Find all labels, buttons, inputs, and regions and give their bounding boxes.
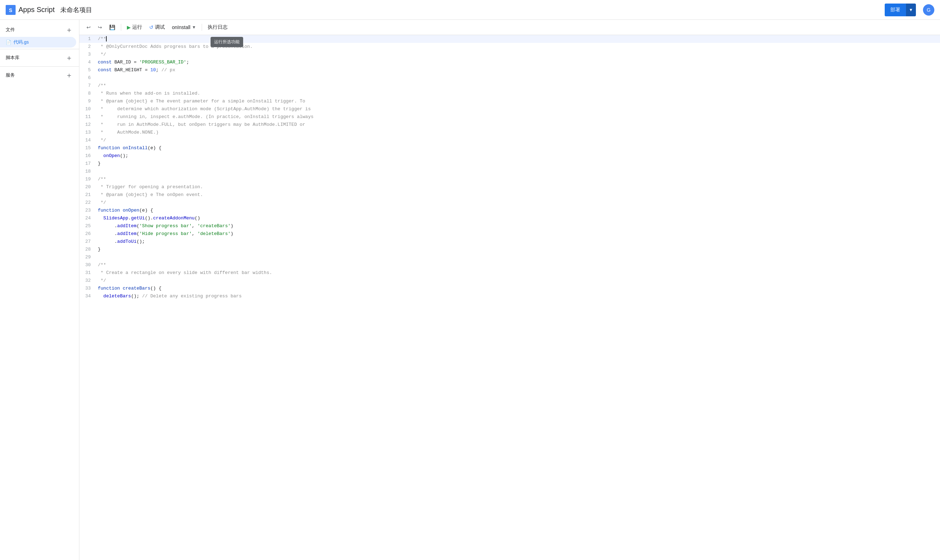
run-button[interactable]: ▶ 运行 [124,22,145,32]
save-button[interactable]: 💾 [106,22,118,32]
run-label: 运行 [132,24,142,31]
code-content: 1 /** 2 * @OnlyCurrentDoc Adds progress … [79,35,940,560]
table-row: 33 function createBars() { [79,285,940,292]
run-icon: ▶ [127,25,131,30]
file-icon: 📄 [6,40,11,45]
deploy-button-group[interactable]: 部署 ▼ [885,3,916,16]
header: S Apps Script 未命名项目 部署 ▼ G [0,0,940,20]
table-row: 16 onOpen(); [79,152,940,160]
table-row: 17 } [79,160,940,168]
table-row: 22 */ [79,199,940,207]
table-row: 32 */ [79,277,940,285]
sidebar-item-code-gs[interactable]: 📄 代码.gs [0,37,76,48]
deploy-main-button[interactable]: 部署 [885,3,906,16]
debug-label: 调试 [155,24,165,31]
table-row: 10 * determine which authorization mode … [79,105,940,113]
sidebar-libraries-section: 脚本库 ＋ [0,51,79,65]
table-row: 26 .addItem('Hide progress bar', 'delete… [79,230,940,238]
table-row: 28 } [79,246,940,254]
deploy-dropdown-button[interactable]: ▼ [906,3,916,16]
table-row: 23 function onOpen(e) { [79,207,940,214]
table-row: 3 */ [79,51,940,58]
sidebar-divider-1 [0,49,79,49]
table-row: 25 .addItem('Show progress bar', 'create… [79,222,940,230]
table-row: 1 /** [79,35,940,43]
sidebar-services-label: 服务 [6,72,15,78]
table-row: 6 [79,74,940,82]
app-logo: S Apps Script [6,5,55,15]
table-row: 27 .addToUi(); [79,238,940,246]
app-name: Apps Script [18,6,55,14]
deploy-arrow-icon: ▼ [909,8,913,12]
debug-icon: ↺ [149,25,154,30]
user-avatar[interactable]: G [923,4,934,15]
table-row: 15 function onInstall(e) { [79,144,940,152]
redo-button[interactable]: ↪ [95,22,105,32]
execution-log-button[interactable]: 执行日志 [205,23,231,32]
undo-button[interactable]: ↩ [84,22,94,32]
table-row: 19 /** [79,175,940,183]
function-name: onInstall [172,25,190,30]
sidebar-services-section: 服务 ＋ [0,68,79,82]
file-name: 代码.gs [14,39,29,45]
undo-icon: ↩ [86,25,91,30]
sidebar-files-section: 文件 ＋ [0,23,79,37]
table-row: 24 SlidesApp.getUi().createAddonMenu() [79,214,940,222]
toolbar-separator-2 [202,24,202,31]
table-row: 13 * AuthMode.NONE.) [79,129,940,137]
table-row: 5 const BAR_HEIGHT = 10; // px [79,66,940,74]
table-row: 7 /** [79,82,940,90]
add-file-button[interactable]: ＋ [65,26,73,34]
add-service-button[interactable]: ＋ [65,71,73,79]
table-row: 11 * running in, inspect e.authMode. (In… [79,113,940,121]
main-layout: 文件 ＋ 📄 代码.gs 脚本库 ＋ 服务 ＋ ↩ ↪ 💾 [0,20,940,560]
content-area: ↩ ↪ 💾 ▶ 运行 ↺ 调试 onInstall ▼ 执 [79,20,940,560]
table-row: 21 * @param {object} e The onOpen event. [79,191,940,199]
table-row: 30 /** [79,261,940,269]
sidebar-libraries-label: 脚本库 [6,55,20,61]
table-row: 18 [79,168,940,175]
sidebar-divider-2 [0,66,79,67]
sidebar: 文件 ＋ 📄 代码.gs 脚本库 ＋ 服务 ＋ [0,20,79,560]
sidebar-files-label: 文件 [6,26,15,33]
code-editor[interactable]: 1 /** 2 * @OnlyCurrentDoc Adds progress … [79,35,940,560]
svg-text:S: S [9,8,12,13]
apps-script-icon: S [6,5,15,15]
table-row: 31 * Create a rectangle on every slide w… [79,269,940,277]
toolbar: ↩ ↪ 💾 ▶ 运行 ↺ 调试 onInstall ▼ 执 [79,20,940,35]
add-library-button[interactable]: ＋ [65,54,73,62]
save-icon: 💾 [109,25,115,30]
table-row: 34 deleteBars(); // Delete any existing … [79,292,940,300]
log-label: 执行日志 [208,24,228,31]
table-row: 14 */ [79,137,940,144]
table-row: 20 * Trigger for opening a presentation. [79,183,940,191]
table-row: 2 * @OnlyCurrentDoc Adds progress bars t… [79,43,940,51]
redo-icon: ↪ [98,25,102,30]
toolbar-separator-1 [121,24,121,31]
table-row: 12 * run in AuthMode.FULL, but onOpen tr… [79,121,940,129]
function-dropdown-icon: ▼ [192,25,196,30]
table-row: 9 * @param {object} e The event paramete… [79,97,940,105]
function-selector[interactable]: onInstall ▼ [169,23,199,32]
table-row: 29 [79,254,940,261]
debug-button[interactable]: ↺ 调试 [146,22,168,32]
table-row: 8 * Runs when the add-on is installed. [79,90,940,97]
table-row: 4 const BAR_ID = 'PROGRESS_BAR_ID'; [79,58,940,66]
project-name[interactable]: 未命名项目 [60,6,92,14]
